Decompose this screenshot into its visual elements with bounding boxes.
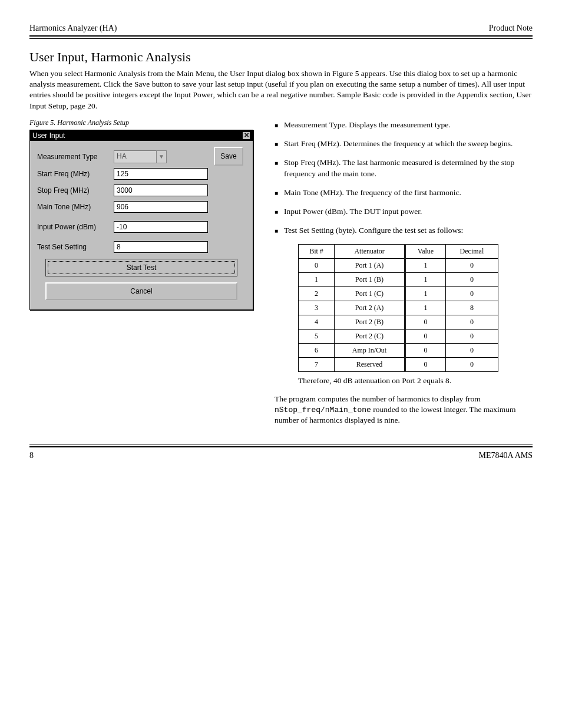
list-item: Input Power (dBm). The DUT input power.	[275, 206, 533, 217]
bullet-text: Main Tone (MHz). The frequency of the fi…	[284, 187, 461, 198]
table-row: 0Port 1 (A)10	[299, 259, 498, 273]
cell-bit: 1	[299, 273, 335, 287]
cell-decimal: 8	[445, 301, 498, 315]
stop-freq-input[interactable]	[114, 185, 208, 196]
cell-atten: Amp In/Out	[334, 344, 405, 358]
cell-value: 1	[405, 301, 446, 315]
cell-decimal: 0	[445, 344, 498, 358]
cell-atten: Port 1 (A)	[334, 259, 405, 273]
page-footer: 8 ME7840A AMS	[29, 451, 533, 460]
cell-decimal: 0	[445, 259, 498, 273]
top-divider	[29, 35, 533, 39]
input-power-input[interactable]	[114, 221, 208, 233]
start-freq-input[interactable]	[114, 168, 208, 180]
cell-bit: 3	[299, 301, 335, 315]
section-title: User Input, Harmonic Analysis	[29, 50, 533, 65]
below-text: The program computes the number of harmo…	[275, 394, 533, 426]
bullet-text: Test Set Setting (byte). Configure the t…	[284, 225, 463, 236]
dialog-titlebar: User Input ✕	[30, 130, 253, 141]
page-number: 8	[29, 451, 34, 460]
cell-atten: Port 1 (C)	[334, 287, 405, 301]
measurement-type-dropdown[interactable]: HA ▼	[114, 150, 167, 163]
close-icon[interactable]: ✕	[242, 131, 250, 140]
header-right: Product Note	[489, 24, 533, 33]
user-input-dialog: User Input ✕ Save Measurement Type HA ▼ …	[29, 130, 253, 310]
intro-paragraph: When you select Harmonic Analysis from t…	[29, 68, 533, 111]
th-value: Value	[405, 245, 446, 259]
cell-bit: 7	[299, 358, 335, 372]
cell-value: 1	[405, 287, 446, 301]
bullet-text: Input Power (dBm). The DUT input power.	[284, 206, 422, 217]
th-bit: Bit #	[299, 245, 335, 259]
cell-value: 0	[405, 358, 446, 372]
bullet-text: Measurement Type. Displays the measureme…	[284, 120, 451, 130]
footer-right: ME7840A AMS	[479, 451, 533, 460]
cell-bit: 4	[299, 315, 335, 330]
main-tone-label: Main Tone (MHz)	[37, 203, 114, 211]
save-button[interactable]: Save	[214, 147, 243, 166]
cell-atten: Port 2 (A)	[334, 301, 405, 315]
list-item: Main Tone (MHz). The frequency of the fi…	[275, 187, 533, 198]
input-power-label: Input Power (dBm)	[37, 223, 114, 231]
start-test-button[interactable]: Start Test	[45, 259, 237, 276]
table-row: 6Amp In/Out00	[299, 344, 498, 358]
bullet-list: Measurement Type. Displays the measureme…	[275, 120, 533, 236]
measurement-type-label: Measurement Type	[37, 153, 114, 161]
cell-decimal: 0	[445, 287, 498, 301]
cell-atten: Reserved	[334, 358, 405, 372]
cell-atten: Port 2 (C)	[334, 330, 405, 344]
cell-decimal: 0	[445, 358, 498, 372]
table-row: 7Reserved00	[299, 358, 498, 372]
list-item: Measurement Type. Displays the measureme…	[275, 120, 533, 130]
cell-bit: 0	[299, 259, 335, 273]
list-item: Start Freq (MHz). Determines the frequen…	[275, 139, 533, 149]
test-set-input[interactable]	[114, 241, 208, 253]
cell-value: 1	[405, 273, 446, 287]
header-left: Harmonics Analyzer (HA)	[29, 24, 117, 33]
table-row: 2Port 1 (C)10	[299, 287, 498, 301]
cell-value: 0	[405, 330, 446, 344]
cell-value: 0	[405, 344, 446, 358]
cell-decimal: 0	[445, 315, 498, 330]
cancel-button[interactable]: Cancel	[45, 282, 237, 300]
start-freq-label: Start Freq (MHz)	[37, 170, 114, 178]
under-table-text: Therefore, 40 dB attenuation on Port 2 e…	[298, 375, 533, 386]
bullet-text: Start Freq (MHz). Determines the frequen…	[284, 139, 513, 149]
cell-decimal: 0	[445, 330, 498, 344]
table-header-row: Bit # Attenuator Value Decimal	[299, 245, 498, 259]
bullet-text: Stop Freq (MHz). The last harmonic measu…	[284, 157, 533, 179]
cell-value: 0	[405, 315, 446, 330]
cell-value: 1	[405, 259, 446, 273]
figure-caption: Figure 5. Harmonic Analysis Setup	[29, 118, 259, 127]
bottom-divider	[29, 444, 533, 447]
cell-decimal: 0	[445, 273, 498, 287]
chevron-down-icon[interactable]: ▼	[156, 150, 167, 163]
measurement-type-value: HA	[114, 150, 156, 163]
cell-bit: 5	[299, 330, 335, 344]
main-tone-input[interactable]	[114, 201, 208, 213]
test-set-table: Bit # Attenuator Value Decimal 0Port 1 (…	[298, 244, 498, 372]
table-row: 5Port 2 (C)00	[299, 330, 498, 344]
th-decimal: Decimal	[445, 245, 498, 259]
table-row: 4Port 2 (B)00	[299, 315, 498, 330]
cell-bit: 6	[299, 344, 335, 358]
list-item: Test Set Setting (byte). Configure the t…	[275, 225, 533, 236]
cell-bit: 2	[299, 287, 335, 301]
test-set-label: Test Set Setting	[37, 243, 114, 251]
dialog-title: User Input	[32, 131, 65, 140]
list-item: Stop Freq (MHz). The last harmonic measu…	[275, 157, 533, 179]
th-atten: Attenuator	[334, 245, 405, 259]
table-row: 3Port 2 (A)18	[299, 301, 498, 315]
cell-atten: Port 2 (B)	[334, 315, 405, 330]
cell-atten: Port 1 (B)	[334, 273, 405, 287]
page-header: Harmonics Analyzer (HA) Product Note	[29, 24, 533, 33]
table-row: 1Port 1 (B)10	[299, 273, 498, 287]
stop-freq-label: Stop Freq (MHz)	[37, 186, 114, 195]
